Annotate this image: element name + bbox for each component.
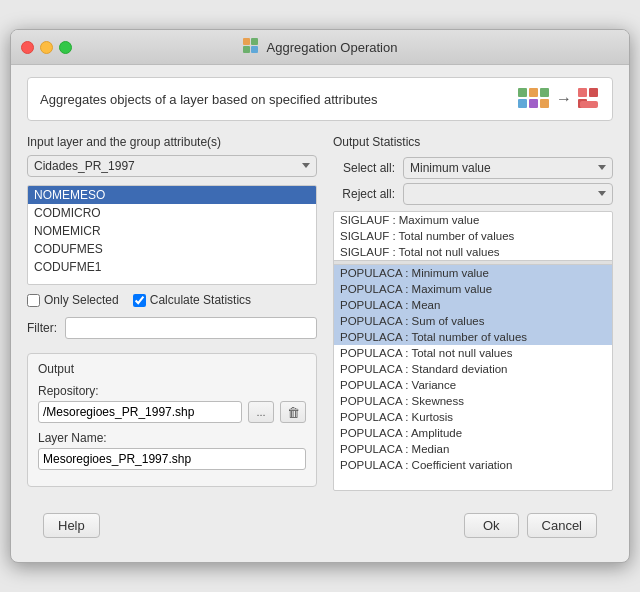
trash-icon: 🗑 bbox=[287, 405, 300, 420]
repository-input[interactable] bbox=[38, 401, 242, 423]
svg-rect-2 bbox=[243, 46, 250, 53]
title-bar-content: Aggregation Operation bbox=[243, 38, 398, 56]
svg-rect-7 bbox=[529, 99, 538, 108]
only-selected-label[interactable]: Only Selected bbox=[27, 293, 119, 307]
svg-rect-10 bbox=[578, 88, 587, 97]
bottom-bar: Help Ok Cancel bbox=[27, 501, 613, 550]
stats-item[interactable]: POPULACA : Kurtosis bbox=[334, 409, 612, 425]
window-body: Aggregates objects of a layer based on s… bbox=[11, 65, 629, 562]
repository-row: ... 🗑 bbox=[38, 401, 306, 423]
filter-row: Filter: bbox=[27, 317, 317, 339]
checkbox-row: Only Selected Calculate Statistics bbox=[27, 293, 317, 307]
layer-name-input[interactable] bbox=[38, 448, 306, 470]
reject-all-dropdown[interactable] bbox=[403, 183, 613, 205]
svg-rect-8 bbox=[540, 88, 549, 97]
main-content: Input layer and the group attribute(s) C… bbox=[27, 135, 613, 491]
stats-item[interactable]: POPULACA : Minimum value bbox=[334, 265, 612, 281]
select-all-row: Select all: Minimum value Maximum value … bbox=[333, 157, 613, 179]
list-item[interactable]: CODMICRO bbox=[28, 204, 316, 222]
layer-dropdown[interactable]: Cidades_PR_1997 bbox=[27, 155, 317, 177]
stats-item[interactable]: SIGLAUF : Total number of values bbox=[334, 228, 612, 244]
svg-rect-11 bbox=[589, 88, 598, 97]
title-bar: Aggregation Operation bbox=[11, 30, 629, 65]
stats-item[interactable]: POPULACA : Mean bbox=[334, 297, 612, 313]
list-item[interactable]: NOMEMICR bbox=[28, 222, 316, 240]
right-panel: Output Statistics Select all: Minimum va… bbox=[333, 135, 613, 491]
list-item[interactable]: CODUFME1 bbox=[28, 258, 316, 276]
output-section-title: Output bbox=[38, 362, 306, 376]
reject-all-row: Reject all: bbox=[333, 183, 613, 205]
layer-name-group: Layer Name: bbox=[38, 431, 306, 470]
window-title: Aggregation Operation bbox=[267, 40, 398, 55]
browse-button[interactable]: ... bbox=[248, 401, 274, 423]
svg-rect-14 bbox=[580, 101, 598, 108]
calculate-stats-label[interactable]: Calculate Statistics bbox=[133, 293, 251, 307]
select-all-label: Select all: bbox=[333, 161, 395, 175]
title-icon bbox=[243, 38, 261, 56]
help-button[interactable]: Help bbox=[43, 513, 100, 538]
ok-button[interactable]: Ok bbox=[464, 513, 519, 538]
svg-rect-0 bbox=[243, 38, 250, 45]
stats-item[interactable]: POPULACA : Standard deviation bbox=[334, 361, 612, 377]
cancel-button[interactable]: Cancel bbox=[527, 513, 597, 538]
calculate-stats-checkbox[interactable] bbox=[133, 294, 146, 307]
layer-dropdown-container: Cidades_PR_1997 bbox=[27, 155, 317, 177]
list-item[interactable]: NOMEMESO bbox=[28, 186, 316, 204]
svg-rect-6 bbox=[518, 99, 527, 108]
stats-item[interactable]: POPULACA : Maximum value bbox=[334, 281, 612, 297]
stats-item[interactable]: POPULACA : Median bbox=[334, 441, 612, 457]
arrow-icon: → bbox=[556, 90, 572, 108]
stats-item[interactable]: POPULACA : Coefficient variation bbox=[334, 457, 612, 473]
filter-label: Filter: bbox=[27, 321, 57, 335]
traffic-lights bbox=[21, 41, 72, 54]
reject-all-label: Reject all: bbox=[333, 187, 395, 201]
list-item[interactable]: CODUFMES bbox=[28, 240, 316, 258]
input-section-label: Input layer and the group attribute(s) bbox=[27, 135, 317, 149]
stats-item[interactable]: POPULACA : Amplitude bbox=[334, 425, 612, 441]
repository-group: Repository: ... 🗑 bbox=[38, 384, 306, 423]
attribute-list[interactable]: NOMEMESO CODMICRO NOMEMICR CODUFMES CODU… bbox=[27, 185, 317, 285]
svg-rect-9 bbox=[540, 99, 549, 108]
input-grid-icon bbox=[518, 88, 550, 110]
stats-item[interactable]: POPULACA : Sum of values bbox=[334, 313, 612, 329]
select-all-dropdown[interactable]: Minimum value Maximum value Mean Sum of … bbox=[403, 157, 613, 179]
plugin-icon: → bbox=[518, 88, 600, 110]
stats-item[interactable]: SIGLAUF : Total not null values bbox=[334, 244, 612, 260]
minimize-button[interactable] bbox=[40, 41, 53, 54]
left-panel: Input layer and the group attribute(s) C… bbox=[27, 135, 317, 491]
filter-input[interactable] bbox=[65, 317, 317, 339]
svg-rect-5 bbox=[529, 88, 538, 97]
action-buttons: Ok Cancel bbox=[464, 513, 597, 538]
close-button[interactable] bbox=[21, 41, 34, 54]
output-stats-label: Output Statistics bbox=[333, 135, 613, 149]
maximize-button[interactable] bbox=[59, 41, 72, 54]
main-window: Aggregation Operation Aggregates objects… bbox=[10, 29, 630, 563]
svg-rect-1 bbox=[251, 38, 258, 45]
output-block-icon bbox=[578, 88, 600, 110]
stats-item[interactable]: POPULACA : Skewness bbox=[334, 393, 612, 409]
stats-item[interactable]: SIGLAUF : Maximum value bbox=[334, 212, 612, 228]
stats-list[interactable]: SIGLAUF : Maximum value SIGLAUF : Total … bbox=[333, 211, 613, 491]
stats-item[interactable]: POPULACA : Total number of values bbox=[334, 329, 612, 345]
clear-button[interactable]: 🗑 bbox=[280, 401, 306, 423]
output-section: Output Repository: ... 🗑 bbox=[27, 353, 317, 487]
layer-name-label: Layer Name: bbox=[38, 431, 306, 445]
description-box: Aggregates objects of a layer based on s… bbox=[27, 77, 613, 121]
description-text: Aggregates objects of a layer based on s… bbox=[40, 92, 378, 107]
svg-rect-4 bbox=[518, 88, 527, 97]
svg-rect-3 bbox=[251, 46, 258, 53]
stats-item[interactable]: POPULACA : Total not null values bbox=[334, 345, 612, 361]
only-selected-checkbox[interactable] bbox=[27, 294, 40, 307]
repository-label: Repository: bbox=[38, 384, 306, 398]
stats-item[interactable]: POPULACA : Variance bbox=[334, 377, 612, 393]
